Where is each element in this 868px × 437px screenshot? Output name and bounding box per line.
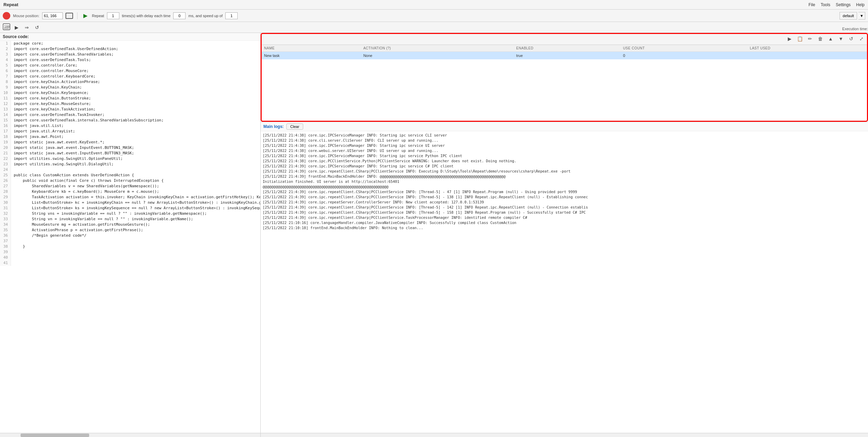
list-item: [25/11/2022 21:4:39] core.ipc.IPCService… [263, 164, 866, 169]
line-number: 41 [0, 260, 11, 266]
repeat-label: Repeat [92, 14, 104, 18]
line-number: 16 [0, 123, 11, 129]
task-edit-button[interactable]: ✏ [806, 34, 815, 43]
svg-text:0101: 0101 [4, 27, 9, 29]
line-code: String vn = invokingVariable == null ? "… [11, 216, 193, 222]
refresh-icon-button[interactable]: ↺ [33, 23, 41, 32]
menu-file[interactable]: File [809, 2, 815, 7]
menu-settings[interactable]: Settings [836, 2, 851, 7]
code-area[interactable]: 1package core;2import core.userDefinedTa… [0, 41, 260, 433]
logs-content[interactable]: [25/11/2022 21:4:38] core.ipc.IPCService… [261, 131, 868, 433]
line-code: package core; [11, 41, 43, 46]
code-hscroll[interactable] [0, 433, 260, 437]
clear-button[interactable]: Clear [286, 123, 303, 130]
line-code: List<ButtonStroke> kc = invokingKeyChain… [11, 200, 260, 205]
table-row: 6import core.controller.MouseCore; [0, 68, 260, 74]
line-number: 13 [0, 107, 11, 112]
list-item: [25/11/2022 21:4:38] core.ipc.IPCService… [263, 143, 866, 148]
line-number: 9 [0, 85, 11, 90]
col-name: NAME [261, 45, 360, 52]
list-item: [25/11/2022 21:10:16] core.languageHandl… [263, 220, 866, 225]
line-code: /*Begin generated code*/ [11, 233, 86, 238]
table-row: 17import java.util.ArrayList; [0, 129, 260, 134]
line-code: import core.keyChain.ActivationPhrase; [11, 79, 100, 85]
line-code [11, 255, 14, 260]
line-code: import static java.awt.event.KeyEvent.*; [11, 140, 105, 145]
table-row: 39 [0, 249, 260, 255]
line-number: 40 [0, 255, 11, 260]
line-code: import core.userDefinedTask.SharedVariab… [11, 52, 114, 57]
right-panel: Execution time: ▶ 📋 ✏ 🗑 ▲ ▼ ↺ ⤢ NAME ACT… [261, 33, 868, 437]
line-code: } [11, 244, 25, 249]
table-row: 24 [0, 167, 260, 173]
line-number: 25 [0, 173, 11, 178]
step-icon-button[interactable]: ⇒ [23, 23, 31, 32]
line-number: 35 [0, 227, 11, 233]
task-refresh-button[interactable]: ↺ [847, 34, 856, 43]
line-number: 11 [0, 96, 11, 101]
line-number: 17 [0, 129, 11, 134]
list-item: [25/11/2022 21:4:39] frontEnd.MainBackEn… [263, 174, 866, 179]
list-item: [25/11/2022 21:4:39] core.ipc.repeatServ… [263, 200, 866, 205]
table-row: 26 public void action(final Core c) thro… [0, 178, 260, 184]
line-code: String vns = invokingVariable == null ? … [11, 211, 207, 216]
line-number: 30 [0, 200, 11, 205]
line-number: 26 [0, 178, 11, 184]
table-row[interactable]: New taskNonetrue0 [261, 52, 868, 60]
code-icon: 1001 0101 [3, 23, 10, 31]
line-number: 29 [0, 194, 11, 200]
default-dropdown[interactable]: ▼ [858, 12, 865, 20]
table-row: 14import core.userDefinedTask.TaskInvoke… [0, 112, 260, 118]
line-number: 21 [0, 151, 11, 156]
play-button[interactable]: ▶ [82, 12, 89, 20]
mouse-position-input[interactable] [42, 12, 63, 19]
line-number: 10 [0, 90, 11, 96]
line-code: SharedVariables v = new SharedVariables(… [11, 184, 159, 189]
tasks-toolbar: ▶ 📋 ✏ 🗑 ▲ ▼ ↺ ⤢ [261, 33, 868, 45]
line-code [11, 167, 14, 173]
table-row: 22import utilities.swing.SwingUtil.Optio… [0, 156, 260, 162]
line-code: import core.keyChain.KeySequence; [11, 90, 89, 96]
line-code: import utilities.swing.SwingUtil.OptionP… [11, 156, 123, 162]
table-row: 7import core.controller.KeyboardCore; [0, 74, 260, 79]
line-number: 33 [0, 216, 11, 222]
line-number: 6 [0, 68, 11, 74]
run-icon-button[interactable]: ▶ [12, 23, 21, 32]
list-item: [25/11/2022 21:4:38] core.ipc.IPCService… [263, 153, 866, 158]
task-delete-button[interactable]: 🗑 [816, 34, 825, 43]
times-label: times(s) with delay each time [122, 14, 171, 18]
menu-help[interactable]: Help [856, 2, 865, 7]
logs-hscroll[interactable] [261, 433, 868, 437]
repeat-count-input[interactable] [107, 12, 119, 19]
screenshot-button[interactable] [66, 13, 73, 19]
table-row: 4import core.userDefinedTask.Tools; [0, 57, 260, 63]
table-row: 31 List<ButtonStroke> ks = invokingKeySe… [0, 205, 260, 211]
delay-input[interactable] [173, 12, 186, 19]
table-row: 3import core.userDefinedTask.SharedVaria… [0, 52, 260, 57]
stop-button[interactable] [3, 12, 10, 20]
task-expand-button[interactable]: ⤢ [857, 34, 866, 43]
table-row: 16import java.util.List; [0, 123, 260, 129]
table-row: 30 List<ButtonStroke> kc = invokingKeyCh… [0, 200, 260, 205]
line-number: 28 [0, 189, 11, 194]
task-up-button[interactable]: ▲ [826, 34, 835, 43]
task-run-button[interactable]: ▶ [785, 34, 794, 43]
line-code: import core.userDefinedTask.UserDefinedA… [11, 46, 118, 52]
default-button[interactable]: default [840, 12, 857, 20]
mouse-position-label: Mouse position: [13, 14, 39, 18]
line-number: 22 [0, 156, 11, 162]
table-row: 18import java.awt.Point; [0, 134, 260, 140]
line-code: List<ButtonStroke> ks = invokingKeySeque… [11, 205, 260, 211]
menu-tools[interactable]: Tools [821, 2, 830, 7]
toolbar-row2: 1001 0101 ▶ ⇒ ↺ [0, 22, 868, 33]
list-item: [25/11/2022 21:4:39] core.ipc.repeatClie… [263, 205, 866, 210]
ms-label: ms, and speed up of [188, 14, 223, 18]
task-down-button[interactable]: ▼ [836, 34, 845, 43]
separator [77, 12, 78, 19]
line-number: 18 [0, 134, 11, 140]
task-new-button[interactable]: 📋 [795, 34, 804, 43]
speed-input[interactable] [225, 12, 238, 19]
table-row: 29 TaskActivation activation = this.invo… [0, 194, 260, 200]
list-item: [25/11/2022 21:4:39] core.ipc.repeatClie… [263, 169, 866, 174]
line-number: 19 [0, 140, 11, 145]
